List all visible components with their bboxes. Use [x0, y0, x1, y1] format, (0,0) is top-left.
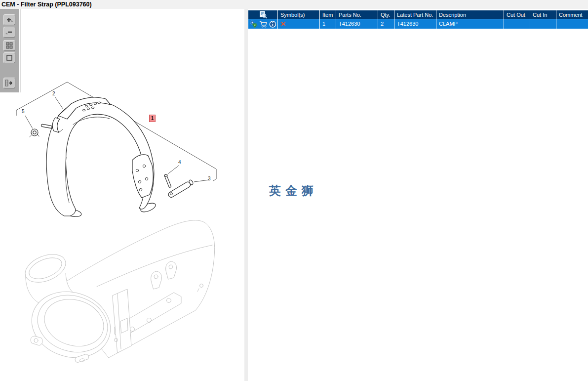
cell-description: CLAMP	[436, 19, 504, 29]
cell-symbols: ✕	[278, 19, 320, 29]
column-header-symbols[interactable]: Symbol(s)	[278, 10, 320, 19]
cart-icon[interactable]	[259, 20, 268, 28]
callout-4[interactable]: 4	[178, 160, 181, 166]
cell-cut-out	[504, 19, 530, 29]
watermark-text: 英金狮	[269, 183, 318, 199]
callout-5[interactable]: 5	[22, 109, 25, 115]
column-header-comment[interactable]: Comment	[556, 10, 588, 19]
column-header-cut-in[interactable]: Cut In	[530, 10, 556, 19]
cell-comment	[556, 19, 588, 29]
column-header-parts-no[interactable]: Parts No.	[336, 10, 378, 19]
table-row[interactable]: ✕ 1 T412630 2 T412630 CLAMP	[248, 19, 588, 29]
parts-table-header: Symbol(s) Item Parts No. Qty. Latest Par…	[248, 10, 588, 19]
callout-3[interactable]: 3	[208, 176, 211, 182]
cell-parts-no: T412630	[336, 19, 378, 29]
leader-2	[55, 97, 63, 109]
column-header-item[interactable]: Item	[320, 10, 336, 19]
callout-2[interactable]: 2	[52, 91, 55, 97]
leader-3	[194, 180, 209, 182]
row-action-icons	[248, 19, 278, 29]
column-header-latest-part-no[interactable]: Latest Part No.	[394, 10, 436, 19]
cell-cut-in	[530, 19, 556, 29]
parts-diagram	[0, 9, 245, 381]
window-title: CEM - Filter Strap (PPL093760)	[0, 0, 588, 9]
muffler-drawing	[21, 220, 215, 367]
parts-table: Symbol(s) Item Parts No. Qty. Latest Par…	[248, 10, 588, 29]
configure-gears-icon[interactable]	[250, 20, 258, 28]
column-header-qty[interactable]: Qty.	[378, 10, 394, 19]
strap-drawing	[30, 97, 194, 218]
column-header-description[interactable]: Description	[436, 10, 504, 19]
callout-1-highlighted[interactable]: 1	[149, 115, 156, 122]
column-header-cut-out[interactable]: Cut Out	[504, 10, 530, 19]
info-icon[interactable]	[269, 20, 276, 28]
cell-item: 1	[320, 19, 336, 29]
deleted-x-symbol[interactable]: ✕	[280, 20, 286, 28]
cell-qty: 2	[378, 19, 394, 29]
cell-latest-part-no: T412630	[394, 19, 436, 29]
column-header-parts-search[interactable]	[248, 10, 278, 19]
panel-splitter[interactable]	[244, 9, 248, 381]
parts-list-search-icon	[258, 10, 268, 19]
leader-5	[25, 116, 33, 128]
leader-4	[168, 166, 179, 174]
